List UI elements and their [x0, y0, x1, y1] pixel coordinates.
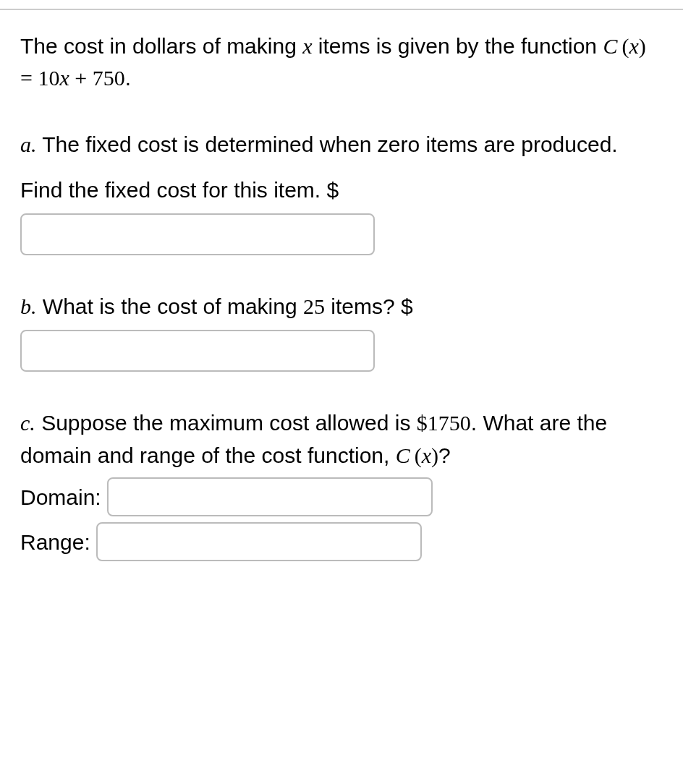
- cost-25-input[interactable]: [20, 330, 375, 372]
- part-c-x: x: [422, 443, 431, 467]
- part-b-prefix: What is the cost of making: [37, 294, 303, 318]
- domain-input[interactable]: [107, 477, 433, 516]
- part-c-func: C (x): [396, 443, 438, 467]
- problem-statement: The cost in dollars of making x items is…: [20, 30, 663, 93]
- part-b-label: b.: [20, 294, 37, 318]
- part-c-text: c. Suppose the maximum cost allowed is $…: [20, 406, 663, 472]
- rhs-x: x: [59, 66, 69, 90]
- part-b-count: 25: [303, 294, 325, 318]
- part-c-paren-close: ): [431, 443, 438, 467]
- range-row: Range:: [20, 522, 663, 561]
- variable-x: x: [302, 34, 312, 58]
- part-a-prompt: Find the fixed cost for this item. $: [20, 174, 663, 206]
- part-a-label: a.: [20, 132, 37, 156]
- domain-label: Domain:: [20, 481, 101, 514]
- part-c-prefix: Suppose the maximum cost allowed is: [35, 411, 417, 435]
- part-c-C: C: [396, 443, 410, 467]
- func-x: x: [629, 34, 638, 58]
- part-a-text1: a. The fixed cost is determined when zer…: [20, 128, 663, 161]
- fixed-cost-input[interactable]: [20, 213, 375, 255]
- intro-text-prefix: The cost in dollars of making: [20, 34, 302, 58]
- part-c: c. Suppose the maximum cost allowed is $…: [20, 406, 663, 561]
- part-a: a. The fixed cost is determined when zer…: [20, 128, 663, 255]
- intro-text-suffix: items is given by the function: [313, 34, 603, 58]
- paren-open: (: [622, 34, 629, 58]
- range-label: Range:: [20, 526, 90, 558]
- func-C: C: [603, 34, 617, 58]
- plus: +: [69, 66, 93, 90]
- equals: =: [20, 66, 38, 90]
- period: .: [125, 66, 131, 90]
- range-input[interactable]: [96, 522, 422, 561]
- paren-close: ): [639, 34, 646, 58]
- question-content: The cost in dollars of making x items is…: [0, 10, 683, 581]
- coef: 10: [38, 66, 59, 90]
- const: 750: [93, 66, 125, 90]
- part-b-text: b. What is the cost of making 25 items? …: [20, 290, 663, 323]
- part-c-q: ?: [438, 443, 451, 467]
- part-b: b. What is the cost of making 25 items? …: [20, 290, 663, 372]
- max-cost: $1750: [417, 411, 471, 435]
- domain-row: Domain:: [20, 477, 663, 516]
- part-a-desc: The fixed cost is determined when zero i…: [37, 132, 618, 156]
- part-c-paren-open: (: [415, 443, 422, 467]
- part-b-suffix: items? $: [325, 294, 413, 318]
- part-c-label: c.: [20, 411, 35, 435]
